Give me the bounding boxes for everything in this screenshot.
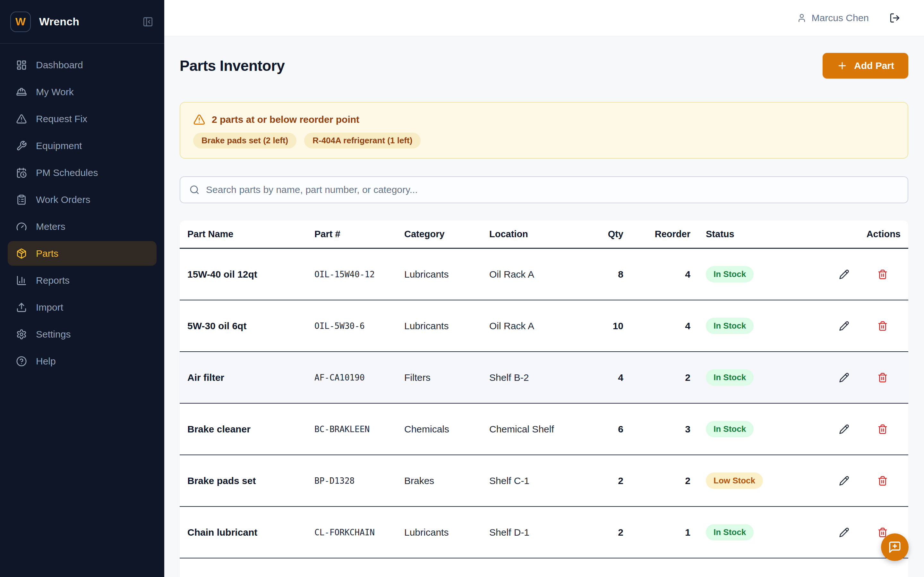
status-cell: Low Stock (690, 472, 790, 489)
sidebar-item-import[interactable]: Import (8, 295, 157, 319)
sidebar-item-reports[interactable]: Reports (8, 268, 157, 293)
delete-icon[interactable] (876, 371, 890, 385)
reorder-cell: 1 (624, 527, 690, 538)
sidebar-item-my-work[interactable]: My Work (8, 79, 157, 104)
status-cell: In Stock (690, 524, 790, 540)
sidebar-item-parts[interactable]: Parts (8, 241, 157, 266)
location-cell: Shelf D-1 (489, 527, 571, 538)
logout-icon (889, 13, 900, 23)
sidebar-item-label: PM Schedules (36, 167, 98, 178)
user-name: Marcus Chen (812, 13, 869, 23)
sidebar-item-label: My Work (36, 87, 74, 97)
column-header-qty: Qty (571, 229, 624, 239)
alert-header: 2 parts at or below reorder point (193, 113, 895, 126)
sidebar-item-label: Import (36, 302, 63, 313)
status-badge: In Stock (706, 266, 754, 282)
table-row: 5W-30 oil 6qt OIL-5W30-6 Lubricants Oil … (180, 300, 908, 352)
chat-fab-button[interactable] (881, 533, 909, 561)
part-number-cell: OIL-15W40-12 (314, 269, 404, 279)
category-cell: Lubricants (404, 527, 489, 538)
warning-icon (193, 113, 205, 126)
page-header: Parts Inventory Add Part (180, 53, 908, 79)
sidebar-item-pm-schedules[interactable]: PM Schedules (8, 160, 157, 185)
qty-cell: 2 (571, 475, 624, 486)
status-cell: In Stock (690, 318, 790, 334)
sidebar-item-equipment[interactable]: Equipment (8, 133, 157, 158)
reorder-cell: 4 (624, 321, 690, 332)
sidebar-item-work-orders[interactable]: Work Orders (8, 187, 157, 212)
sidebar-item-label: Parts (36, 248, 58, 259)
table-header-row: Part Name Part # Category Location Qty R… (180, 221, 908, 249)
sidebar-item-dashboard[interactable]: Dashboard (8, 53, 157, 77)
qty-cell: 8 (571, 269, 624, 280)
delete-icon[interactable] (876, 422, 890, 436)
qty-cell: 2 (571, 527, 624, 538)
category-cell: Filters (404, 372, 489, 383)
user-icon (797, 13, 806, 23)
add-part-button[interactable]: Add Part (822, 53, 908, 79)
status-cell: In Stock (690, 266, 790, 282)
sidebar-item-request-fix[interactable]: Request Fix (8, 106, 157, 131)
page-content: Parts Inventory Add Part 2 parts at or b… (164, 36, 924, 577)
clipboard-list-icon (16, 194, 27, 205)
reorder-cell: 2 (624, 475, 690, 486)
reorder-cell: 3 (624, 424, 690, 435)
app-root: W Wrench Dashboard My Work Request Fix E… (0, 0, 924, 577)
low-stock-chip: R-404A refrigerant (1 left) (304, 133, 421, 148)
plus-icon (837, 60, 848, 71)
message-square-plus-icon (888, 540, 901, 554)
edit-icon[interactable] (837, 319, 851, 333)
sidebar-item-label: Equipment (36, 140, 82, 151)
location-cell: Oil Rack A (489, 269, 571, 280)
upload-icon (16, 302, 27, 313)
sidebar-nav: Dashboard My Work Request Fix Equipment … (0, 44, 164, 382)
gear-icon (16, 329, 27, 340)
delete-icon[interactable] (876, 268, 890, 282)
brand-logo: W (10, 11, 31, 32)
parts-table-card: Part Name Part # Category Location Qty R… (180, 221, 908, 577)
edit-icon[interactable] (837, 474, 851, 488)
table-row: Chain lubricant CL-FORKCHAIN Lubricants … (180, 507, 908, 558)
topbar: Marcus Chen (164, 0, 924, 36)
dashboard-icon (16, 60, 27, 71)
table-body: 15W-40 oil 12qt OIL-15W40-12 Lubricants … (180, 249, 908, 577)
edit-icon[interactable] (837, 371, 851, 385)
main-area: Marcus Chen Parts Inventory Add Part 2 p… (164, 0, 924, 577)
edit-icon[interactable] (837, 525, 851, 540)
delete-icon[interactable] (876, 474, 890, 488)
sidebar-item-label: Request Fix (36, 113, 87, 124)
part-number-cell: BC-BRAKLEEN (314, 424, 404, 434)
search-input[interactable] (206, 184, 899, 195)
brand-name: Wrench (39, 15, 134, 28)
location-cell: Shelf B-2 (489, 372, 571, 383)
sidebar-collapse-button[interactable] (142, 16, 153, 27)
delete-icon[interactable] (876, 319, 890, 333)
sidebar-item-meters[interactable]: Meters (8, 214, 157, 239)
table-row: Brake cleaner BC-BRAKLEEN Chemicals Chem… (180, 404, 908, 455)
sidebar-item-label: Help (36, 356, 56, 367)
edit-icon[interactable] (837, 268, 851, 282)
column-header-status: Status (690, 229, 790, 239)
sidebar-item-help[interactable]: Help (8, 349, 157, 374)
sidebar-item-label: Settings (36, 329, 71, 340)
help-circle-icon (16, 356, 27, 367)
column-header-part-name: Part Name (180, 229, 314, 239)
status-cell: In Stock (690, 369, 790, 386)
qty-cell: 10 (571, 321, 624, 332)
search-icon (189, 185, 200, 195)
part-name-cell: Chain lubricant (180, 527, 314, 538)
qty-cell: 4 (571, 372, 624, 383)
logout-button[interactable] (889, 13, 900, 23)
actions-cell (790, 268, 908, 282)
sidebar-item-settings[interactable]: Settings (8, 322, 157, 347)
location-cell: Shelf C-1 (489, 475, 571, 486)
sidebar-item-label: Meters (36, 221, 65, 232)
status-badge: In Stock (706, 318, 754, 334)
column-header-location: Location (489, 229, 571, 239)
part-name-cell: Brake pads set (180, 475, 314, 486)
actions-cell (790, 319, 908, 333)
edit-icon[interactable] (837, 422, 851, 436)
user-menu[interactable]: Marcus Chen (797, 13, 869, 23)
actions-cell (790, 371, 908, 385)
part-name-cell: 5W-30 oil 6qt (180, 321, 314, 332)
